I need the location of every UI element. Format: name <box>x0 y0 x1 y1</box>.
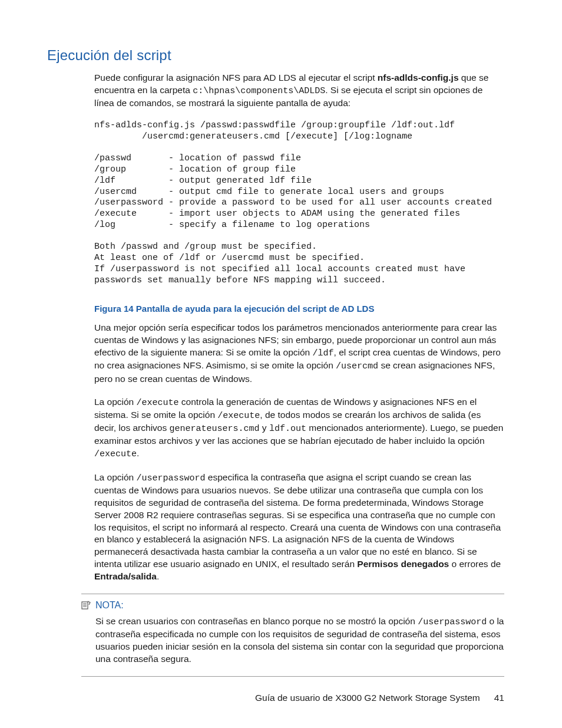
p2-code1: /execute <box>137 398 179 408</box>
p3-b: especifica la contraseña que asigna el s… <box>94 472 501 569</box>
page-footer: Guía de usuario de X3000 G2 Network Stor… <box>255 693 504 703</box>
p2-a: La opción <box>94 397 137 407</box>
p2-d: y <box>260 423 269 433</box>
p3-bold1: Permisos denegados <box>357 559 449 569</box>
p2-code2: /execute <box>217 411 260 421</box>
footer-page-number: 41 <box>494 693 504 703</box>
p3-d: . <box>157 571 159 581</box>
intro-path: c:\hpnas\components\ADLDS <box>193 86 325 96</box>
intro-part1: Puede configurar la asignación NFS para … <box>94 73 378 83</box>
p2-code3: generateusers.cmd <box>170 424 260 434</box>
intro-paragraph: Puede configurar la asignación NFS para … <box>47 72 504 110</box>
note-icon <box>81 601 91 610</box>
paragraph-2: La opción /execute controla la generació… <box>47 396 504 461</box>
p2-code5: /execute <box>94 449 137 459</box>
note-block: NOTA: Si se crean usuarios con contraseñ… <box>81 594 504 677</box>
p3-code1: /userpassword <box>137 473 206 483</box>
p3-bold2: Entrada/salida <box>94 571 157 581</box>
footer-title: Guía de usuario de X3000 G2 Network Stor… <box>255 693 480 703</box>
p1-code1: /ldf <box>313 348 334 358</box>
note-header: NOTA: <box>81 600 504 611</box>
paragraph-1: Una mejor opción sería especificar todos… <box>47 322 504 385</box>
note-body-a: Si se crean usuarios con contraseñas en … <box>95 616 418 626</box>
note-body: Si se crean usuarios con contraseñas en … <box>81 615 504 666</box>
note-label: NOTA: <box>95 600 124 611</box>
figure-caption: Figura 14 Pantalla de ayuda para la ejec… <box>47 304 504 314</box>
p3-a: La opción <box>94 472 137 482</box>
paragraph-3: La opción /userpassword especifica la co… <box>47 472 504 584</box>
p2-code4: ldf.out <box>269 424 306 434</box>
p3-c: o errores de <box>449 559 501 569</box>
note-body-code: /userpassword <box>418 617 487 627</box>
page: Ejecución del script Puede configurar la… <box>0 0 562 728</box>
help-screen-codeblock: nfs-adlds-config.js /passwd:passwdfile /… <box>47 120 504 286</box>
p2-f: . <box>137 448 139 458</box>
p1-code2: /usercmd <box>336 361 378 371</box>
section-title: Ejecución del script <box>47 47 504 64</box>
intro-scriptname: nfs-adlds-config.js <box>378 73 459 83</box>
